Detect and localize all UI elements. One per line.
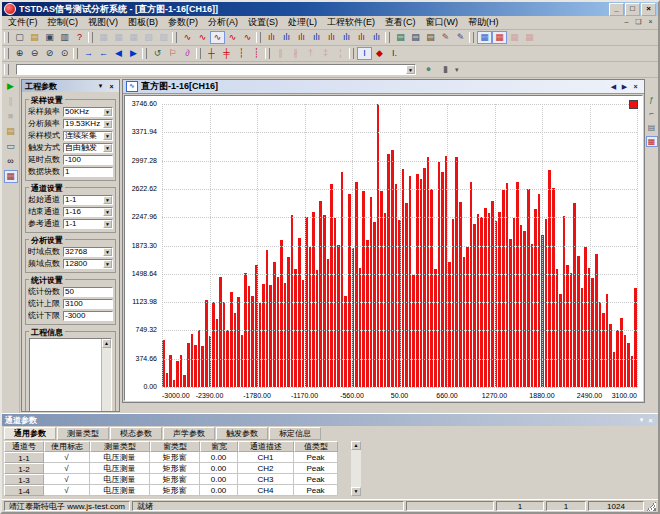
data-blocks-input[interactable]: 1 <box>63 167 113 177</box>
column-header[interactable]: 使用标志 <box>44 441 90 452</box>
menu-item-params[interactable]: 参数(P) <box>163 16 203 29</box>
freq-points-select[interactable]: 12800▼ <box>63 259 113 269</box>
chevron-down-icon[interactable]: ▼ <box>103 196 112 204</box>
help-icon[interactable]: ? <box>72 31 87 44</box>
column-header[interactable]: 值类型 <box>294 441 338 452</box>
table-row[interactable]: 1-2√电压测量矩形窗0.00CH2Peak <box>4 463 350 474</box>
scroll-up-icon[interactable]: ▲ <box>351 441 361 450</box>
toolbar3-button-1[interactable]: ● <box>421 63 436 76</box>
zoom-window-icon[interactable]: ⊘ <box>42 47 57 60</box>
resize-grip[interactable] <box>646 501 656 511</box>
info-scrollbar[interactable]: ▲▼ <box>101 339 111 411</box>
edit-report-icon-1[interactable]: ✎ <box>438 31 453 44</box>
menu-item-lookup[interactable]: 查看(C) <box>380 16 421 29</box>
record-icon[interactable]: ▦ <box>4 170 18 183</box>
chevron-down-icon[interactable]: ▼ <box>103 248 112 256</box>
menu-item-file[interactable]: 文件(F) <box>3 16 43 29</box>
curve-tool-icon[interactable]: ƒ <box>646 94 658 105</box>
monitor-icon[interactable]: ▭ <box>4 140 18 153</box>
chevron-down-icon[interactable]: ▼ <box>103 208 112 216</box>
toolbar-grip[interactable] <box>4 48 9 59</box>
menu-item-settings[interactable]: 设置(S) <box>243 16 283 29</box>
spectrum-icon-1[interactable]: ılı <box>264 31 279 44</box>
chevron-down-icon[interactable]: ▼ <box>103 260 112 268</box>
tab-触发参数[interactable]: 触发参数 <box>216 427 268 440</box>
toolbar-grip[interactable] <box>385 32 390 43</box>
tab-标定信息[interactable]: 标定信息 <box>269 427 321 440</box>
spectrum-icon-5[interactable]: ılı <box>324 31 339 44</box>
menu-item-analysis[interactable]: 分析(A) <box>203 16 243 29</box>
stat-bins-input[interactable]: 50 <box>63 287 113 297</box>
stop-sampling-icon[interactable]: ■ <box>4 110 18 123</box>
analysis-freq-select[interactable]: 19.53KHz▼ <box>63 119 113 129</box>
nav-first-icon[interactable]: ◀ <box>111 47 126 60</box>
window-layout-icon-2[interactable]: ▦ <box>111 31 126 44</box>
waveform-display-icon-3[interactable]: ∿ <box>225 31 240 44</box>
project-info-box[interactable]: ▲▼ <box>29 338 112 411</box>
chevron-down-icon[interactable]: ▼ <box>406 65 415 74</box>
sampling-rate-select[interactable]: 50KHz▼ <box>63 107 113 117</box>
report-icon-1[interactable]: ▤ <box>393 31 408 44</box>
find-icon[interactable]: ∞ <box>4 155 18 168</box>
maximize-button[interactable]: □ <box>625 3 640 16</box>
zoom-reset-icon[interactable]: ⊙ <box>57 47 72 60</box>
close-button[interactable]: × <box>641 3 656 16</box>
pan-right-icon[interactable]: → <box>81 47 96 60</box>
window-layout-icon-3[interactable]: ▦ <box>126 31 141 44</box>
bpanel-close-button[interactable]: × <box>646 417 655 424</box>
mdi-restore-button[interactable]: ❏ <box>633 18 644 28</box>
harmonic-cursor-icon-3[interactable]: † <box>303 47 318 60</box>
chevron-down-icon[interactable]: ▼ <box>103 120 112 128</box>
spectrum-icon-2[interactable]: ılı <box>279 31 294 44</box>
red-tool-icon-2[interactable]: ▦ <box>522 31 537 44</box>
next-window-button[interactable]: ▶ <box>619 82 630 92</box>
start-sampling-icon[interactable]: ▶ <box>4 80 18 93</box>
column-header[interactable]: 测量类型 <box>90 441 150 452</box>
spectrum-icon-7[interactable]: ılı <box>354 31 369 44</box>
toolbar-overflow-icon[interactable]: ▾ <box>455 66 459 74</box>
end-channel-select[interactable]: 1-16▼ <box>63 207 113 217</box>
toolbar-grip[interactable] <box>265 48 270 59</box>
red-tool-icon-1[interactable]: ▦ <box>507 31 522 44</box>
spectrum-icon-4[interactable]: ılı <box>309 31 324 44</box>
toolbar-grip[interactable] <box>172 32 177 43</box>
window-layout-icon-1[interactable]: ▦ <box>96 31 111 44</box>
table-row[interactable]: 1-1√电压测量矩形窗0.00CH1Peak <box>4 452 350 463</box>
table-scrollbar[interactable]: ▲▼ <box>351 441 361 496</box>
ibeam-cursor-icon[interactable]: I <box>357 47 372 60</box>
band-cursor-icon[interactable]: ┊ <box>249 47 264 60</box>
toolbar-grip[interactable] <box>349 48 354 59</box>
ref-channel-select[interactable]: 1-1▼ <box>63 219 113 229</box>
toolbar-grip[interactable] <box>142 48 147 59</box>
edit-report-icon-2[interactable]: ✎ <box>453 31 468 44</box>
cursor-readout-icon[interactable]: I. <box>387 47 402 60</box>
mdi-minimize-button[interactable]: – <box>621 18 632 28</box>
chevron-down-icon[interactable]: ▼ <box>103 108 112 116</box>
window-layout-icon-4[interactable]: ▧ <box>141 31 156 44</box>
histogram-display-icon[interactable]: ∿ <box>210 31 225 44</box>
stat-lower-input[interactable]: -3000 <box>63 311 113 321</box>
report-icon-3[interactable]: ▤ <box>423 31 438 44</box>
tab-模态参数[interactable]: 模态参数 <box>110 427 162 440</box>
panel-close-button[interactable]: × <box>107 83 116 90</box>
menu-item-process[interactable]: 处理(L) <box>283 16 322 29</box>
pan-left-icon[interactable]: ← <box>96 47 111 60</box>
note-tool-icon[interactable]: ▤ <box>646 122 658 133</box>
waveform-display-icon-2[interactable]: ∿ <box>195 31 210 44</box>
menu-item-window[interactable]: 窗口(W) <box>421 16 464 29</box>
report-icon-2[interactable]: ▤ <box>408 31 423 44</box>
time-points-select[interactable]: 32768▼ <box>63 247 113 257</box>
toolbar-grip[interactable] <box>88 32 93 43</box>
ruler-tool-icon[interactable]: ⌐ <box>646 108 658 119</box>
single-cursor-icon[interactable]: ┼ <box>204 47 219 60</box>
vertical-cursor-icon[interactable]: ┆ <box>234 47 249 60</box>
print-preview-icon[interactable]: ▣ <box>42 31 57 44</box>
prev-window-button[interactable]: ◀ <box>608 82 619 92</box>
tab-测量类型[interactable]: 测量类型 <box>57 427 109 440</box>
nav-last-icon[interactable]: ▶ <box>126 47 141 60</box>
new-file-icon[interactable]: ▢ <box>12 31 27 44</box>
toolbar-grip[interactable] <box>4 32 9 43</box>
delay-points-input[interactable]: -100 <box>63 155 113 165</box>
stat-upper-input[interactable]: 3100 <box>63 299 113 309</box>
menu-item-board[interactable]: 图板(B) <box>123 16 163 29</box>
